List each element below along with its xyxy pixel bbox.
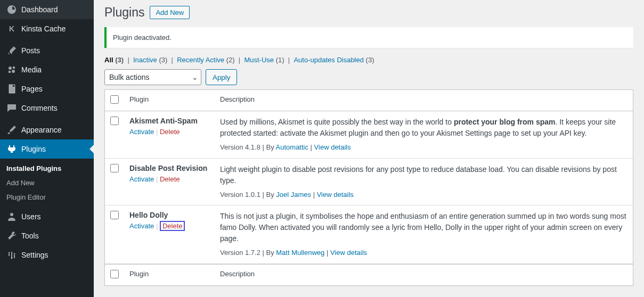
pin-icon bbox=[6, 45, 17, 56]
filter-auto-updates-disabled[interactable]: Auto-updates Disabled (3) bbox=[294, 56, 374, 64]
col-description-header[interactable]: Description bbox=[215, 90, 633, 111]
plugin-author-link[interactable]: Automattic bbox=[276, 143, 308, 151]
svg-point-5 bbox=[11, 258, 13, 259]
sidebar-item-label: Posts bbox=[21, 46, 40, 55]
sidebar-item-label: Users bbox=[21, 212, 41, 221]
comments-icon bbox=[6, 103, 17, 113]
svg-point-3 bbox=[10, 213, 13, 216]
media-icon bbox=[6, 64, 17, 75]
sidebar-item-plugins[interactable]: Plugins bbox=[0, 139, 94, 159]
sidebar-item-kinsta-cache[interactable]: K Kinsta Cache bbox=[0, 19, 94, 38]
activate-link[interactable]: Activate bbox=[129, 175, 154, 183]
submenu-add-new[interactable]: Add New bbox=[0, 176, 94, 190]
settings-icon bbox=[6, 250, 17, 260]
filter-must-use[interactable]: Must-Use (1) bbox=[244, 56, 284, 64]
sidebar-item-dashboard[interactable]: Dashboard bbox=[0, 0, 94, 19]
plugin-description: This is not just a plugin, it symbolises… bbox=[220, 211, 627, 244]
sidebar-item-label: Media bbox=[21, 65, 42, 74]
pages-icon bbox=[6, 84, 17, 94]
plugin-author-link[interactable]: Matt Mullenweg bbox=[276, 249, 324, 257]
activate-link[interactable]: Activate bbox=[129, 222, 154, 230]
deactivated-notice: Plugin deactivated. bbox=[104, 27, 633, 48]
row-checkbox[interactable] bbox=[110, 211, 119, 219]
view-details-link[interactable]: View details bbox=[317, 191, 354, 199]
plugin-meta: Version 1.7.2 | By Matt Mullenweg | View… bbox=[220, 248, 627, 258]
sidebar-item-tools[interactable]: Tools bbox=[0, 226, 94, 245]
sidebar-item-label: Dashboard bbox=[21, 5, 58, 14]
sidebar-item-label: Tools bbox=[21, 232, 39, 240]
row-checkbox[interactable] bbox=[110, 117, 119, 125]
plug-icon bbox=[6, 144, 17, 154]
col-description-footer: Description bbox=[215, 264, 633, 285]
plugin-meta: Version 1.0.1 | By Joel James | View det… bbox=[220, 189, 627, 200]
filter-recently-active[interactable]: Recently Active (2) bbox=[177, 56, 234, 64]
delete-link[interactable]: Delete bbox=[160, 221, 185, 231]
delete-link[interactable]: Delete bbox=[160, 175, 180, 183]
notice-text: Plugin deactivated. bbox=[113, 34, 172, 42]
plugin-meta: Version 4.1.8 | By Automattic | View det… bbox=[220, 142, 627, 153]
plugin-description: Light weight plugin to disable post revi… bbox=[220, 164, 627, 186]
select-all-checkbox-footer[interactable] bbox=[110, 270, 119, 278]
sidebar-item-label: Appearance bbox=[21, 126, 62, 134]
filter-inactive[interactable]: Inactive (3) bbox=[133, 56, 167, 64]
sidebar-item-label: Settings bbox=[21, 251, 48, 259]
wrench-icon bbox=[6, 230, 17, 241]
sidebar-item-label: Kinsta Cache bbox=[21, 24, 66, 33]
dashboard-icon bbox=[6, 4, 17, 15]
plugin-name: Hello Dolly bbox=[129, 211, 168, 219]
apply-button[interactable]: Apply bbox=[206, 69, 237, 85]
col-plugin-header[interactable]: Plugin bbox=[124, 90, 215, 111]
plugin-name: Disable Post Revision bbox=[129, 164, 207, 172]
sidebar-item-posts[interactable]: Posts bbox=[0, 41, 94, 60]
sidebar-item-label: Plugins bbox=[21, 145, 46, 153]
table-row: Akismet Anti-SpamActivate | DeleteUsed b… bbox=[105, 111, 633, 159]
sidebar-item-appearance[interactable]: Appearance bbox=[0, 120, 94, 139]
sidebar-item-settings[interactable]: Settings bbox=[0, 245, 94, 265]
svg-point-6 bbox=[14, 253, 15, 255]
brush-icon bbox=[6, 125, 17, 135]
add-new-button[interactable]: Add New bbox=[150, 6, 190, 19]
sidebar-item-label: Pages bbox=[21, 85, 43, 93]
plugins-table: Plugin Description Akismet Anti-SpamActi… bbox=[104, 89, 633, 286]
svg-point-4 bbox=[9, 252, 10, 254]
col-plugin-footer: Plugin bbox=[124, 264, 215, 285]
table-row: Hello DollyActivate | DeleteThis is not … bbox=[105, 205, 633, 264]
plugin-author-link[interactable]: Joel James bbox=[276, 191, 311, 199]
filter-all[interactable]: All (3) bbox=[104, 56, 124, 64]
row-checkbox[interactable] bbox=[110, 164, 119, 172]
main-content: Plugins Add New Plugin deactivated. All … bbox=[94, 0, 644, 297]
table-row: Disable Post RevisionActivate | DeleteLi… bbox=[105, 159, 633, 206]
view-details-link[interactable]: View details bbox=[314, 143, 351, 151]
kinsta-icon: K bbox=[6, 23, 17, 34]
svg-point-0 bbox=[9, 67, 12, 70]
admin-sidebar: Dashboard K Kinsta Cache Posts Media Pag… bbox=[0, 0, 94, 297]
sidebar-item-media[interactable]: Media bbox=[0, 60, 94, 79]
sidebar-item-users[interactable]: Users bbox=[0, 207, 94, 226]
plugin-status-filters: All (3) | Inactive (3) | Recently Active… bbox=[104, 56, 633, 64]
sidebar-item-comments[interactable]: Comments bbox=[0, 98, 94, 118]
delete-link[interactable]: Delete bbox=[160, 128, 180, 136]
submenu-plugin-editor[interactable]: Plugin Editor bbox=[0, 190, 94, 204]
plugin-description: Used by millions, Akismet is quite possi… bbox=[220, 117, 627, 139]
plugins-submenu: Installed Plugins Add New Plugin Editor bbox=[0, 159, 94, 207]
bulk-actions-select[interactable]: Bulk actions bbox=[104, 69, 201, 85]
page-title: Plugins bbox=[104, 5, 144, 20]
plugin-name: Akismet Anti-Spam bbox=[129, 117, 198, 125]
view-details-link[interactable]: View details bbox=[330, 249, 367, 257]
submenu-installed-plugins[interactable]: Installed Plugins bbox=[0, 161, 94, 176]
sidebar-item-pages[interactable]: Pages bbox=[0, 79, 94, 98]
sidebar-item-label: Comments bbox=[21, 104, 58, 112]
user-icon bbox=[6, 211, 17, 222]
select-all-checkbox[interactable] bbox=[110, 95, 119, 104]
activate-link[interactable]: Activate bbox=[129, 128, 154, 136]
svg-point-1 bbox=[12, 70, 15, 73]
